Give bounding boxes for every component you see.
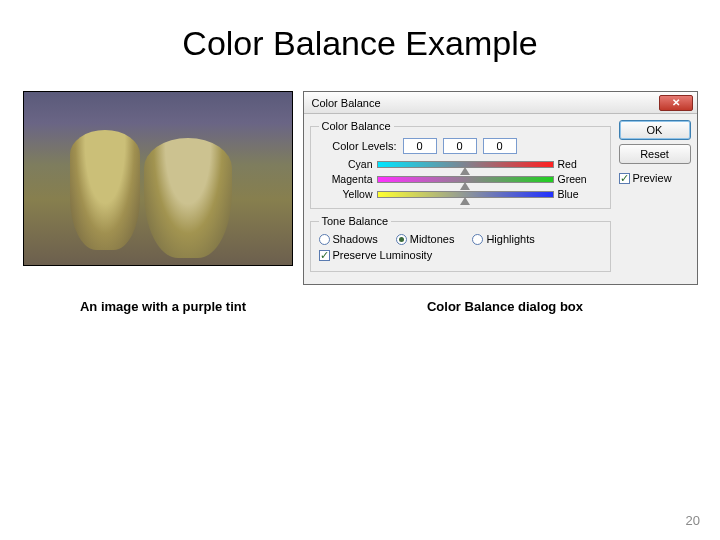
radio-highlights[interactable]: Highlights — [472, 233, 534, 245]
preserve-luminosity-label: Preserve Luminosity — [333, 249, 433, 261]
slider-label-green: Green — [558, 173, 602, 185]
content-row: Color Balance ✕ Color Balance Color Leve… — [0, 91, 720, 285]
radio-midtones-label: Midtones — [410, 233, 455, 245]
slider-label-magenta: Magenta — [319, 173, 373, 185]
color-levels-label: Color Levels: — [319, 140, 397, 152]
radio-icon — [472, 234, 483, 245]
checkbox-icon — [619, 173, 630, 184]
reset-button[interactable]: Reset — [619, 144, 691, 164]
example-image — [23, 91, 293, 266]
radio-shadows-label: Shadows — [333, 233, 378, 245]
slider-yellow-blue[interactable] — [377, 191, 554, 198]
dialog-title: Color Balance — [312, 97, 659, 109]
checkbox-icon — [319, 250, 330, 261]
color-balance-dialog: Color Balance ✕ Color Balance Color Leve… — [303, 91, 698, 285]
preview-label: Preview — [633, 172, 672, 184]
tone-balance-legend: Tone Balance — [319, 215, 392, 227]
dialog-titlebar[interactable]: Color Balance ✕ — [304, 92, 697, 114]
slider-thumb-icon[interactable] — [460, 182, 470, 190]
radio-midtones[interactable]: Midtones — [396, 233, 455, 245]
page-number: 20 — [686, 513, 700, 528]
caption-left: An image with a purple tint — [18, 299, 308, 314]
slider-cyan-red[interactable] — [377, 161, 554, 168]
radio-icon — [319, 234, 330, 245]
slider-thumb-icon[interactable] — [460, 197, 470, 205]
radio-icon — [396, 234, 407, 245]
slider-magenta-green[interactable] — [377, 176, 554, 183]
slide-title: Color Balance Example — [0, 0, 720, 63]
level-input-2[interactable]: 0 — [443, 138, 477, 154]
tone-balance-group: Tone Balance Shadows Midtones Highlig — [310, 215, 611, 272]
slider-label-blue: Blue — [558, 188, 602, 200]
slider-label-cyan: Cyan — [319, 158, 373, 170]
slider-thumb-icon[interactable] — [460, 167, 470, 175]
preserve-luminosity-checkbox[interactable]: Preserve Luminosity — [319, 249, 433, 261]
ok-button[interactable]: OK — [619, 120, 691, 140]
level-input-3[interactable]: 0 — [483, 138, 517, 154]
preview-checkbox[interactable]: Preview — [619, 172, 672, 184]
caption-right: Color Balance dialog box — [308, 299, 702, 314]
radio-shadows[interactable]: Shadows — [319, 233, 378, 245]
close-button[interactable]: ✕ — [659, 95, 693, 111]
slider-label-red: Red — [558, 158, 602, 170]
radio-highlights-label: Highlights — [486, 233, 534, 245]
slider-label-yellow: Yellow — [319, 188, 373, 200]
color-balance-group: Color Balance Color Levels: 0 0 0 Cyan R… — [310, 120, 611, 209]
level-input-1[interactable]: 0 — [403, 138, 437, 154]
color-balance-legend: Color Balance — [319, 120, 394, 132]
